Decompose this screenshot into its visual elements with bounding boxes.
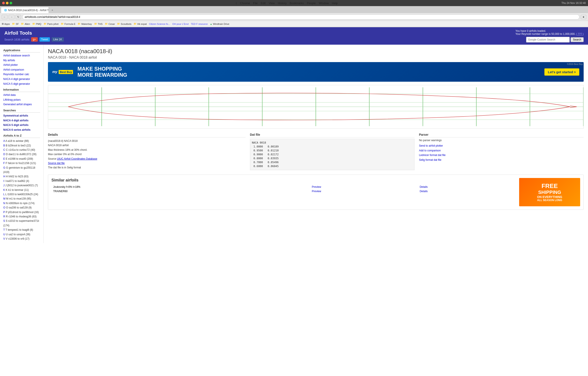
letter-u-link[interactable]: U [3, 233, 5, 236]
bookmark-citizen[interactable]: Citizen Science fo... [149, 23, 170, 25]
bookmark-oh[interactable]: OH pour L'Envt [172, 23, 189, 25]
sidebar-item-my-airfoils[interactable]: My airfoils [3, 58, 40, 63]
search-input[interactable] [526, 37, 570, 42]
back-button[interactable]: ← [2, 15, 7, 19]
letter-o-link[interactable]: O [3, 206, 5, 209]
similar-preview-0[interactable]: Preview [312, 185, 321, 188]
sidebar-letter-u: U U ua2 to usnps4 (36) [3, 232, 40, 237]
sidebar-item-airfoil-data[interactable]: Airfoil data [3, 93, 40, 98]
search-button[interactable]: Search [571, 37, 584, 42]
bookmark-cesar[interactable]: Cesar [105, 22, 115, 25]
menu-bookmarks[interactable]: Bookmarks [290, 1, 304, 5]
notice-link[interactable]: ( ??? ) [576, 32, 584, 35]
active-tab[interactable]: 🌐 NACA 0018 (naca0018-il) - Airfoil To..… [1, 7, 49, 13]
new-tab-button[interactable]: + [49, 7, 55, 13]
letter-b-link[interactable]: B [3, 144, 5, 147]
sidebar-item-airfoil-comparison[interactable]: Airfoil comparison [3, 68, 40, 72]
tab-label: NACA 0018 (naca0018-il) - Airfoil To... [8, 9, 49, 12]
close-window-button[interactable] [2, 2, 5, 4]
tweet-button[interactable]: Tweet [40, 37, 50, 42]
bookmark-button[interactable]: ★ [581, 15, 586, 19]
letter-c-link[interactable]: C [3, 148, 5, 151]
menu-apple[interactable]:  [236, 1, 237, 5]
maximize-window-button[interactable] [10, 2, 12, 4]
applications-section-title: Applications [3, 49, 40, 52]
bookmark-scoutbots[interactable]: Scoutbots [117, 22, 131, 25]
bookmark-hk[interactable]: Hk expat [134, 22, 147, 25]
sidebar-item-liftdrag-polars[interactable]: Lift/drag polars [3, 98, 40, 102]
reload-button[interactable]: ↻ [16, 15, 21, 19]
letter-v-link[interactable]: V [3, 237, 5, 240]
similar-details-0[interactable]: Details [420, 185, 428, 188]
menu-edit[interactable]: Edit [261, 1, 265, 5]
sidebar-letter-s: S S s1010 to supermarine371ii (174) [3, 219, 40, 228]
sidebar-item-reynolds-number-calc[interactable]: Reynolds number calc [3, 72, 40, 77]
letter-l-link[interactable]: L [3, 193, 5, 196]
address-bar[interactable] [22, 14, 579, 20]
ad-banner[interactable]: my Best Buy MAKE SHOPPING MORE REWARDING… [48, 62, 584, 82]
bookmark-ths[interactable]: THS [94, 22, 103, 25]
letter-g-link[interactable]: G [3, 166, 5, 169]
bookmark-makerbay[interactable]: Makerbay [78, 22, 92, 25]
letter-m-link[interactable]: M [3, 197, 5, 200]
menu-chrome[interactable]: Chrome [240, 1, 250, 5]
sidebar-item-naca4-airfoils[interactable]: NACA 4 digit airfoils [3, 118, 40, 123]
forward-button[interactable]: → [9, 15, 14, 19]
letter-i-link[interactable]: I [3, 179, 4, 183]
letter-h-link[interactable]: H [3, 175, 5, 178]
bookmark-windtrain[interactable]: ▲ Windtrain Drive [210, 23, 229, 25]
letter-n-link[interactable]: N [3, 202, 5, 205]
menu-file[interactable]: File [253, 1, 258, 5]
letter-k-link[interactable]: K [3, 188, 5, 191]
selig-format-link[interactable]: Selig format dat file [419, 158, 584, 163]
menu-help[interactable]: Help [332, 1, 338, 5]
sidebar-item-naca4-generator[interactable]: NACA 4 digit generator [3, 77, 40, 82]
menu-window[interactable]: Window [319, 1, 329, 5]
menu-view[interactable]: View [269, 1, 275, 5]
bookmark-alien[interactable]: Alien [21, 22, 30, 25]
ad-cta[interactable]: Let's get started > [544, 68, 579, 76]
menu-history[interactable]: History [278, 1, 287, 5]
sidebar-item-generated-shapes[interactable]: Generated airfoil shapes [3, 102, 40, 107]
bookmark-sf[interactable]: SF [12, 22, 19, 25]
google-plus-button[interactable]: g+ [31, 37, 38, 42]
letter-e-link[interactable]: E [3, 157, 5, 160]
sidebar-item-airfoil-plotter[interactable]: Airfoil plotter [3, 63, 40, 68]
like-button[interactable]: Like 1K [52, 37, 64, 42]
similar-ad-banner[interactable]: FREE SHIPPING ON EVERYTHING ALL SEASON L… [519, 178, 580, 206]
menu-people[interactable]: People [307, 1, 315, 5]
minimize-window-button[interactable] [6, 2, 9, 4]
similar-details-1[interactable]: Details [420, 190, 428, 193]
letter-r-link[interactable]: R [3, 215, 5, 218]
details-text: (naca0018-il) NACA 0018 NACA 0018 airfoi… [48, 139, 246, 170]
letter-p-link[interactable]: P [3, 211, 5, 214]
bookmark-ted[interactable]: TED F resource [191, 23, 208, 25]
sidebar-item-naca5-airfoils[interactable]: NACA 5 digit airfoils [3, 123, 40, 128]
letter-t-link[interactable]: T [3, 228, 5, 231]
similar-preview-1[interactable]: Preview [312, 190, 321, 193]
site-tagline: Search 1636 airfoils [4, 38, 29, 41]
uiuc-link[interactable]: UIUC Airfoil Coordinates Database [57, 157, 97, 160]
send-to-plotter-link[interactable]: Send to airfoil plotter [419, 144, 584, 148]
letter-f-link[interactable]: F [3, 162, 5, 165]
sidebar-item-naca6-airfoils[interactable]: NACA 6 series airfoils [3, 128, 40, 132]
source-dat-link[interactable]: Source dat file [48, 162, 65, 165]
bookmark-formula-e[interactable]: Formula E [61, 22, 76, 25]
sidebar-item-naca5-generator[interactable]: NACA 5 digit generator [3, 82, 40, 86]
letter-d-link[interactable]: D [3, 153, 5, 156]
sidebar-item-symmetrical[interactable]: Symmetrical airfoils [3, 114, 40, 118]
svg-line-15 [570, 106, 577, 107]
sidebar-letter-p: P P p51droot to pw98mod (16) [3, 210, 40, 214]
bookmark-pmq[interactable]: PMQ [32, 22, 42, 25]
add-to-comparison-link[interactable]: Add to comparison [419, 148, 584, 153]
sidebar-letter-o: O O oa206 to oaf139 (9) [3, 205, 40, 210]
letter-j-link[interactable]: J [3, 184, 5, 187]
sidebar-item-airfoil-database-search[interactable]: Airfoil database search [3, 53, 40, 58]
bookmark-apps[interactable]: ⊞ Apps [2, 22, 10, 25]
letter-a-link[interactable]: A [3, 139, 5, 143]
lednicer-format-link[interactable]: Lednicer format dat file [419, 153, 584, 158]
main-content: NACA 0018 (naca0018-il) NACA 0018 - NACA… [44, 45, 588, 243]
letter-s-link[interactable]: S [3, 219, 5, 222]
information-section-title: Information [3, 88, 40, 92]
bookmark-paris[interactable]: Paris pihet [44, 22, 59, 25]
